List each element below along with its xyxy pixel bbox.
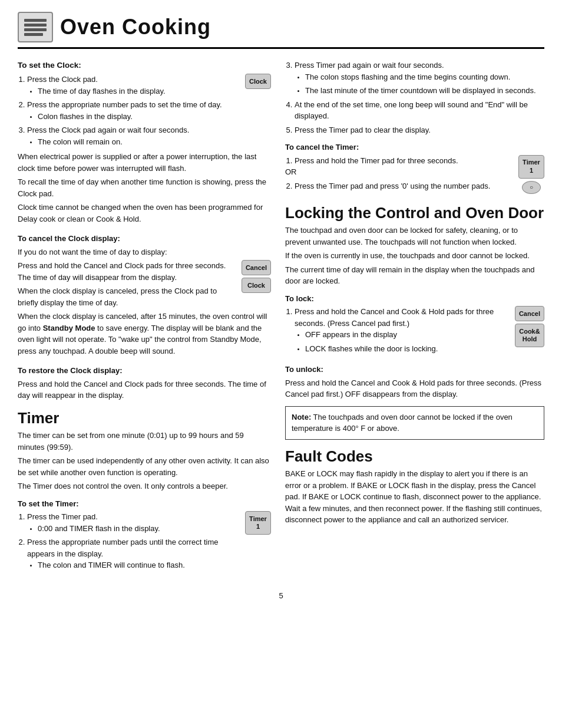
cancel-timer-heading: To cancel the Timer: (285, 141, 544, 153)
set-clock-steps: Press the Clock pad. The time of day fla… (18, 74, 271, 147)
locking-para-1: The touchpad and oven door can be locked… (285, 225, 544, 248)
to-unlock-heading: To unlock: (285, 364, 544, 375)
cancel-clock-para-1: Press and hold the Cancel and Clock pads… (18, 260, 271, 283)
lock-pads: Cancel Cook& Hold (515, 306, 544, 347)
locking-para-3: The current time of day will remain in t… (285, 264, 544, 287)
timer-step-3: Press Timer pad again or wait four secon… (295, 60, 544, 97)
main-content: To set the Clock: Clock Press the Clock … (18, 60, 544, 581)
timer-para-1: The timer can be set from one minute (0:… (18, 430, 271, 453)
locking-heading: Locking the Control and Oven Door (285, 205, 544, 222)
timer1-pad: Timer 1 (245, 511, 271, 535)
timer-heading: Timer (18, 410, 271, 427)
locking-section: Locking the Control and Oven Door The to… (285, 205, 544, 440)
fault-codes-heading: Fault Codes (285, 448, 544, 465)
set-clock-section: To set the Clock: Clock Press the Clock … (18, 60, 271, 227)
right-column: Press Timer pad again or wait four secon… (285, 60, 544, 581)
cancel-timer-pads: Timer 1 ○ (518, 155, 544, 194)
cancel-clock-para-2: When the clock display is canceled, pres… (18, 285, 271, 308)
cancel-clock-heading: To cancel the Clock display: (18, 233, 271, 245)
set-timer-step-1: Press the Timer pad. 0:00 and TIMER flas… (27, 511, 271, 534)
page-title: Oven Cooking (60, 15, 211, 39)
cancel-timer-section: To cancel the Timer: Timer 1 ○ Press and… (285, 141, 544, 196)
restore-clock-text: Press and hold the Cancel and Clock pads… (18, 378, 271, 401)
timer-para-2: The timer can be used independently of a… (18, 455, 271, 478)
set-timer-section: To set the Timer: Timer 1 Press the Time… (18, 498, 271, 575)
note-text: The touchpads and oven door cannot be lo… (292, 413, 513, 433)
timer-step-4: At the end of the set time, one long bee… (295, 99, 544, 122)
page-number: 5 (18, 591, 544, 600)
set-clock-step-2: Press the appropriate number pads to set… (27, 99, 271, 122)
timer-continued-section: Press Timer pad again or wait four secon… (285, 60, 544, 136)
set-clock-step-3: Press the Clock pad again or wait four s… (27, 124, 271, 147)
timer-step-5: Press the Timer pad to clear the display… (295, 124, 544, 136)
restore-clock-heading: To restore the Clock display: (18, 365, 271, 377)
to-lock-heading: To lock: (285, 293, 544, 305)
cancel-timer-steps: Press and hold the Timer pad for three s… (285, 155, 544, 192)
set-timer-steps: Press the Timer pad. 0:00 and TIMER flas… (18, 511, 271, 571)
left-column: To set the Clock: Clock Press the Clock … (18, 60, 271, 581)
lock-step-1: Press and hold the Cancel and Cook & Hol… (295, 306, 544, 354)
timer-para-3: The Timer does not control the oven. It … (18, 480, 271, 492)
oven-icon (18, 12, 53, 42)
to-lock-section: To lock: Cancel Cook& Hold Press and hol… (285, 293, 544, 358)
locking-para-2: If the oven is currently in use, the tou… (285, 250, 544, 262)
cancel-timer-step-1: Press and hold the Timer pad for three s… (295, 155, 544, 178)
set-clock-heading: To set the Clock: (18, 60, 271, 71)
timer-steps-continued: Press Timer pad again or wait four secon… (285, 60, 544, 136)
set-clock-para-2: To recall the time of day when another t… (18, 176, 271, 199)
set-timer-step-2: Press the appropriate number pads until … (27, 536, 271, 571)
fault-codes-text: BAKE or LOCK may flash rapidly in the di… (285, 468, 544, 526)
to-unlock-section: To unlock: Press and hold the Cancel and… (285, 364, 544, 400)
cancel-clock-para-3: When the clock display is canceled, afte… (18, 311, 271, 357)
set-clock-step-1: Press the Clock pad. The time of day fla… (27, 74, 271, 97)
note-label: Note: (292, 413, 311, 421)
cancel-timer-step-2: Press the Timer pad and press '0' using … (295, 180, 544, 192)
note-box: Note: The touchpads and oven door cannot… (285, 406, 544, 440)
page-header: Oven Cooking (18, 12, 544, 49)
cancel-clock-pads: Cancel Clock (242, 260, 271, 293)
to-unlock-text: Press and hold the Cancel and Cook & Hol… (285, 377, 544, 400)
set-clock-para-1: When electrical power is supplied or aft… (18, 151, 271, 174)
set-timer-heading: To set the Timer: (18, 498, 271, 510)
fault-codes-section: Fault Codes BAKE or LOCK may flash rapid… (285, 448, 544, 526)
cancel-clock-intro: If you do not want the time of day to di… (18, 246, 271, 258)
set-clock-para-3: Clock time cannot be changed when the ov… (18, 202, 271, 225)
restore-clock-section: To restore the Clock display: Press and … (18, 365, 271, 401)
clock-pad: Clock (245, 74, 271, 89)
cancel-clock-section: To cancel the Clock display: If you do n… (18, 233, 271, 359)
timer-section: Timer The timer can be set from one minu… (18, 410, 271, 575)
lock-steps: Press and hold the Cancel and Cook & Hol… (285, 306, 544, 354)
